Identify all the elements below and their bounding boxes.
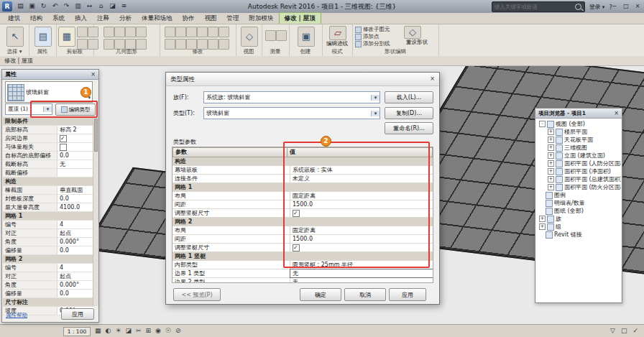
- edit-type-button[interactable]: 编辑类型: [55, 103, 96, 116]
- tree-expand-icon[interactable]: +: [548, 176, 554, 183]
- property-value[interactable]: 4: [58, 264, 93, 272]
- search-input[interactable]: [492, 4, 575, 10]
- tree-item[interactable]: + 三维视图: [538, 144, 621, 152]
- parameter-value[interactable]: [290, 209, 433, 217]
- property-row[interactable]: 房间边界: [3, 134, 93, 143]
- tree-expand-icon[interactable]: +: [548, 152, 554, 159]
- default-3d-view-icon[interactable]: ⌂: [96, 1, 106, 11]
- property-row[interactable]: 对正 起点: [3, 229, 93, 238]
- uncut-geometry-icon[interactable]: [136, 27, 147, 37]
- property-value[interactable]: 0.0: [58, 152, 93, 160]
- shape-edit-item[interactable]: 添加点: [355, 33, 390, 40]
- parameter-value[interactable]: 1500.0: [290, 235, 433, 243]
- ribbon-tab[interactable]: 分析: [114, 13, 137, 24]
- parameter-group-header[interactable]: 构造: [172, 157, 433, 165]
- apply-button[interactable]: 应用: [61, 308, 94, 320]
- property-value[interactable]: 0.0: [58, 195, 93, 203]
- undo-icon[interactable]: ↶: [50, 1, 60, 11]
- parameter-row[interactable]: 网格 1 竖梃: [172, 252, 433, 261]
- align-icon[interactable]: [165, 27, 175, 37]
- tree-item[interactable]: + 面积平面 (防火分区面积): [538, 183, 621, 191]
- join-icon[interactable]: [104, 27, 114, 37]
- measure-between-icon[interactable]: [265, 30, 276, 41]
- parameter-value[interactable]: 圆形竖梃 : 25mm 半径: [290, 261, 433, 269]
- property-value[interactable]: [58, 134, 93, 142]
- property-row[interactable]: 自标高的底部偏移 0.0: [3, 152, 93, 160]
- parameter-row[interactable]: 构造: [172, 157, 433, 166]
- property-group-header[interactable]: 构造: [3, 177, 93, 185]
- dialog-apply-button[interactable]: 应用: [389, 288, 426, 301]
- tree-expand-icon[interactable]: -: [539, 121, 546, 127]
- property-row[interactable]: 偏移量 0.0: [3, 246, 93, 255]
- property-value[interactable]: 起点: [58, 229, 93, 237]
- view-scale-control[interactable]: 1 : 100: [63, 327, 91, 336]
- dialog-titlebar[interactable]: 类型属性 ×: [166, 73, 439, 86]
- property-group-header[interactable]: 网格 2: [3, 255, 93, 263]
- sign-in-button[interactable]: 登录 ▾: [589, 3, 605, 11]
- property-value[interactable]: [58, 169, 93, 177]
- parameter-value[interactable]: 无: [290, 269, 433, 277]
- minimize-icon[interactable]: ─: [610, 1, 619, 11]
- filter-select[interactable]: 屋顶 (1) ▾: [5, 103, 52, 115]
- parameter-group-header[interactable]: 网格 1 竖梃: [172, 252, 433, 260]
- parameter-value[interactable]: 固定距离: [290, 192, 433, 200]
- load-button[interactable]: 载入(L)...: [385, 91, 433, 103]
- tree-item[interactable]: + 面积平面 (人防分区面积): [538, 160, 621, 167]
- property-row[interactable]: 编号 4: [3, 264, 93, 272]
- shape-edit-item[interactable]: 修改子图元: [355, 26, 390, 33]
- property-group-header[interactable]: 尺寸标注: [3, 298, 93, 306]
- parameter-value[interactable]: 固定距离: [290, 226, 433, 234]
- parameter-row[interactable]: 间距 1500.0: [172, 235, 433, 244]
- ribbon-tab[interactable]: 修改 | 屋顶: [279, 12, 321, 24]
- tree-expand-icon[interactable]: +: [548, 129, 554, 135]
- checkbox[interactable]: [293, 244, 300, 251]
- parameter-row[interactable]: 内部类型 圆形竖梃 : 25mm 半径: [172, 261, 433, 269]
- lock-view-icon[interactable]: ◉: [155, 326, 161, 336]
- properties-help-link[interactable]: 属性帮助: [6, 312, 27, 319]
- parameter-row[interactable]: 布局 固定距离: [172, 226, 433, 235]
- close-icon[interactable]: ×: [430, 73, 435, 86]
- close-icon[interactable]: ×: [614, 109, 619, 118]
- section-icon[interactable]: ◪: [108, 1, 117, 11]
- property-row[interactable]: 对正 起点: [3, 272, 93, 281]
- tree-item[interactable]: 明细表/数量: [538, 199, 621, 207]
- redo-icon[interactable]: ↷: [62, 1, 71, 11]
- selection-box-icon[interactable]: ◇: [241, 27, 258, 47]
- tree-item[interactable]: + 族: [538, 215, 621, 223]
- editable-only-icon[interactable]: □: [621, 326, 627, 336]
- tree-expand-icon[interactable]: +: [539, 216, 546, 222]
- property-value[interactable]: 0.000°: [58, 281, 93, 289]
- checkbox[interactable]: [60, 144, 67, 151]
- property-value[interactable]: [58, 143, 93, 151]
- tree-item[interactable]: + 面积平面 (总建筑面积): [538, 175, 621, 183]
- tree-item[interactable]: 图例: [538, 191, 621, 199]
- select-filter-icon[interactable]: ▽: [610, 326, 615, 336]
- print-icon[interactable]: ▥: [73, 1, 83, 11]
- property-row[interactable]: 与体量相关: [3, 143, 93, 152]
- cut-icon[interactable]: [77, 27, 88, 37]
- parameter-value[interactable]: 系统嵌板 : 实体: [290, 166, 433, 174]
- property-value[interactable]: 标高 2: [58, 126, 93, 134]
- tree-expand-icon[interactable]: +: [539, 223, 546, 230]
- tree-item[interactable]: Revit 链接: [538, 231, 621, 239]
- duplicate-button[interactable]: 复制(D)...: [385, 107, 433, 119]
- type-select[interactable]: 玻璃斜窗 ▾: [203, 107, 380, 119]
- property-value[interactable]: 0.0: [58, 290, 93, 297]
- hide-isolate-icon[interactable]: ☉: [165, 326, 171, 336]
- properties-scrollbar[interactable]: [93, 117, 98, 306]
- family-select[interactable]: 系统族: 玻璃斜窗 ▾: [203, 91, 380, 103]
- parameter-row[interactable]: 调整竖梃尺寸: [172, 209, 433, 218]
- parameter-row[interactable]: 网格 2: [172, 218, 433, 226]
- drag-elements-icon[interactable]: ✓: [632, 326, 638, 336]
- ok-button[interactable]: 确定: [300, 288, 341, 301]
- property-row[interactable]: 角度 0.000°: [3, 238, 93, 246]
- property-row[interactable]: 网格 1: [3, 212, 93, 221]
- property-value[interactable]: 垂直截面: [58, 186, 93, 194]
- properties-icon[interactable]: ▤: [34, 27, 52, 47]
- property-value[interactable]: 起点: [58, 272, 93, 280]
- property-row[interactable]: 截断标高 无: [3, 160, 93, 169]
- tree-item[interactable]: + 立面 (建筑立面): [538, 152, 621, 160]
- property-row[interactable]: 网格 2: [3, 255, 93, 264]
- ribbon-tab[interactable]: 协作: [178, 13, 200, 24]
- cancel-button[interactable]: 取消: [344, 288, 386, 301]
